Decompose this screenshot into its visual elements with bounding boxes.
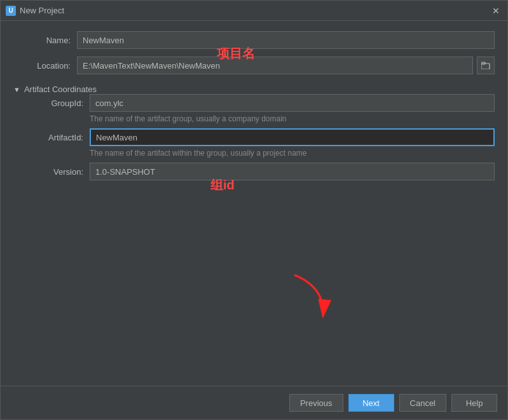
- artifact-section-title: Artifact Coordinates: [24, 85, 97, 94]
- location-input-group: [77, 57, 495, 74]
- dialog-footer: Previous Next Cancel Help: [1, 386, 507, 419]
- collapse-arrow[interactable]: ▼: [13, 86, 20, 93]
- artifact-section: ▼ Artifact Coordinates 组id GroupId: The …: [13, 82, 495, 180]
- artifactid-row: ArtifactId:: [26, 128, 495, 146]
- dialog-title: New Project: [20, 6, 64, 15]
- version-input[interactable]: [90, 163, 495, 180]
- spacer-area: [13, 188, 495, 376]
- title-bar: U New Project ✕: [1, 1, 507, 21]
- artifactid-input[interactable]: [90, 128, 495, 146]
- location-row: Location:: [13, 57, 495, 74]
- location-label: Location:: [13, 61, 71, 71]
- previous-button[interactable]: Previous: [289, 394, 343, 412]
- version-label: Version:: [26, 167, 83, 177]
- name-label: Name:: [13, 36, 71, 45]
- title-bar-left: U New Project: [6, 6, 64, 16]
- new-project-dialog: U New Project ✕ 项目名 Name: Location:: [0, 0, 508, 420]
- dialog-content: 项目名 Name: Location: ▼ Arti: [1, 21, 507, 386]
- location-input[interactable]: [77, 57, 473, 74]
- artifactid-hint: The name of the artifact within the grou…: [26, 149, 495, 158]
- version-row: Version:: [26, 163, 495, 180]
- groupid-input[interactable]: [90, 94, 495, 112]
- name-input[interactable]: [77, 31, 495, 49]
- app-icon: U: [6, 6, 16, 16]
- artifact-section-header: ▼ Artifact Coordinates: [13, 85, 495, 94]
- browse-button[interactable]: [477, 57, 495, 74]
- artifact-section-content-wrapper: 组id GroupId: The name of the artifact gr…: [13, 94, 495, 180]
- help-button[interactable]: Help: [451, 394, 497, 412]
- artifactid-label: ArtifactId:: [26, 133, 83, 142]
- groupid-hint: The name of the artifact group, usually …: [26, 114, 495, 123]
- artifact-fields: GroupId: The name of the artifact group,…: [13, 94, 495, 180]
- groupid-row: GroupId:: [26, 94, 495, 112]
- close-button[interactable]: ✕: [490, 4, 502, 17]
- groupid-label: GroupId:: [26, 98, 83, 108]
- next-button[interactable]: Next: [348, 394, 394, 412]
- next-arrow-annotation: [288, 272, 333, 325]
- name-row: Name:: [13, 31, 495, 49]
- cancel-button[interactable]: Cancel: [399, 394, 446, 412]
